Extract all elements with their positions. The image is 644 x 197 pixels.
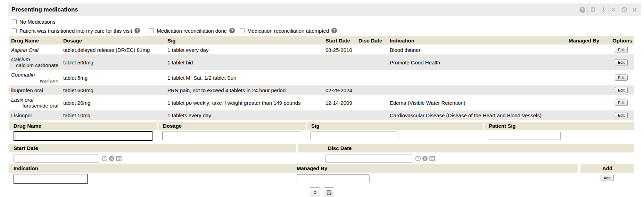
- toolbar-disable-button[interactable]: [619, 6, 629, 14]
- start-date-cell: [323, 111, 356, 120]
- edit-button[interactable]: Edit: [615, 100, 628, 106]
- disc-date-input[interactable]: [325, 155, 412, 163]
- sig-cell: PRN pain, not to exceed 4 tablets in 24 …: [165, 86, 323, 95]
- titlebar-toolbar: ?: [577, 3, 641, 16]
- microphone-icon: [600, 7, 606, 13]
- column-header-managed-by: Managed By: [567, 36, 608, 45]
- start-date-cell: 12-14-2009: [323, 95, 356, 110]
- drug-name-label: Drug Name: [9, 122, 157, 130]
- form-actions: [0, 187, 644, 197]
- toolbar-collapse-button[interactable]: [609, 6, 619, 14]
- indication-input[interactable]: [14, 174, 88, 184]
- toolbar-microphone-button[interactable]: [598, 6, 608, 14]
- start-date-input[interactable]: [14, 155, 99, 163]
- column-header-drug-name: Drug Name: [9, 36, 61, 45]
- save-icon: [326, 190, 332, 196]
- calendar-icon[interactable]: [429, 155, 435, 161]
- no-medications-row: No Medications: [12, 17, 533, 26]
- form-labels-row-1: Drug Name Dosage Sig Patient Sig: [9, 122, 634, 130]
- disc-date-cell: [356, 70, 388, 85]
- clock-icon[interactable]: [415, 156, 421, 161]
- sig-cell: 1 tablet bid: [165, 55, 323, 70]
- managed-by-label: Managed By: [297, 164, 327, 173]
- no-medications-label: No Medications: [19, 19, 55, 25]
- no-medications-checkbox[interactable]: [12, 19, 17, 24]
- disc-date-cell: [356, 111, 388, 120]
- indication-cell: [388, 70, 567, 85]
- toolbar-help-button[interactable]: ?: [577, 6, 587, 14]
- edit-button[interactable]: Edit: [615, 59, 628, 65]
- sig-label: Sig: [307, 122, 483, 130]
- toolbar-close-button[interactable]: [629, 6, 639, 14]
- edit-button[interactable]: Edit: [615, 87, 628, 93]
- calendar-icon[interactable]: [116, 155, 122, 161]
- column-header-options: Options: [608, 36, 634, 45]
- clear-date-icon[interactable]: [422, 156, 428, 161]
- start-date-cell: [323, 70, 356, 85]
- panel-titlebar: Presenting medications ?: [8, 3, 641, 16]
- expand-button[interactable]: [310, 187, 320, 197]
- patient-sig-input[interactable]: [488, 132, 561, 140]
- sig-input[interactable]: [311, 132, 397, 140]
- edit-button[interactable]: Edit: [615, 112, 628, 118]
- dosage-input[interactable]: [162, 132, 301, 140]
- sig-cell: 1 tablets every day: [165, 111, 323, 120]
- transitioned-checkbox[interactable]: [12, 28, 17, 33]
- dosage-cell: tablet,delayed release (DR/EC) 81mg: [61, 45, 165, 54]
- column-header-start-date: Start Date: [323, 36, 356, 45]
- column-header-sig: Sig: [165, 36, 323, 45]
- drug-brand: ibuprofen oral: [11, 87, 59, 93]
- clock-icon[interactable]: [102, 156, 108, 161]
- add-label: Add: [580, 164, 634, 173]
- table-row: ibuprofen oral tablet 600mg PRN pain, no…: [9, 86, 634, 95]
- chevrons-down-icon: [611, 7, 617, 13]
- help-icon[interactable]: ?: [134, 28, 140, 33]
- drug-brand: Lasix oral: [11, 97, 59, 103]
- help-icon[interactable]: ?: [331, 28, 337, 33]
- dosage-label: Dosage: [158, 122, 306, 130]
- edit-button[interactable]: Edit: [615, 47, 628, 53]
- table-row: Calcium calcium carbonate tablet 500mg 1…: [9, 55, 634, 70]
- help-icon[interactable]: ?: [229, 28, 235, 33]
- managed-by-cell: [567, 45, 608, 54]
- medication-options: No Medications Patient was transitioned …: [12, 17, 533, 35]
- reconciliation-attempted-checkbox[interactable]: [240, 28, 245, 33]
- disc-date-label: Disc Date: [298, 144, 634, 152]
- table-header-row: Drug Name Dosage Sig Start Date Disc Dat…: [9, 36, 634, 45]
- clear-date-icon[interactable]: [109, 156, 115, 161]
- dosage-cell: tablet 10mg: [61, 111, 165, 120]
- managed-by-input[interactable]: [297, 174, 370, 183]
- form-labels-row-2: Start Date Disc Date: [9, 144, 634, 152]
- managed-by-cell: [567, 86, 608, 95]
- managed-by-cell: [567, 70, 608, 85]
- drug-brand: Calcium: [11, 56, 59, 62]
- text-caret: [16, 133, 16, 139]
- drug-generic: calcium carbonate: [11, 62, 59, 68]
- managed-by-cell: [567, 55, 608, 70]
- disc-date-cell: [356, 55, 388, 70]
- toolbar-book-button[interactable]: [588, 6, 598, 14]
- prohibited-icon: [621, 7, 627, 13]
- drug-brand: Lisinopril: [11, 112, 59, 118]
- reconciliation-done-label: Medication reconciliation done: [157, 28, 227, 34]
- disc-date-cell: [356, 86, 388, 95]
- drug-name-input[interactable]: [14, 131, 152, 141]
- save-button[interactable]: [324, 187, 334, 197]
- managed-by-cell: [567, 111, 608, 120]
- column-header-dosage: Dosage: [61, 36, 165, 45]
- indication-cell: Cardiovascular Disease (Disease of the H…: [388, 111, 567, 120]
- column-header-disc-date: Disc Date: [356, 36, 388, 45]
- indication-cell: [388, 86, 567, 95]
- start-date-cell: 02-29-2024: [323, 86, 356, 95]
- form-labels-row-3: Indication Managed By Add: [9, 164, 634, 173]
- managed-by-cell: [567, 95, 608, 110]
- sig-cell: 1 tablet every day: [165, 45, 323, 54]
- patient-sig-label: Patient Sig: [484, 122, 634, 130]
- reconciliation-done-checkbox[interactable]: [149, 28, 154, 33]
- reconciliation-attempted-label: Medication reconciliation attempted: [247, 28, 329, 34]
- indication-cell: Blood thinner: [388, 45, 567, 54]
- drug-brand: Aspirin Oral: [11, 47, 59, 53]
- add-button[interactable]: Add: [601, 175, 614, 181]
- edit-button[interactable]: Edit: [615, 74, 628, 81]
- disc-date-cell: [356, 45, 388, 54]
